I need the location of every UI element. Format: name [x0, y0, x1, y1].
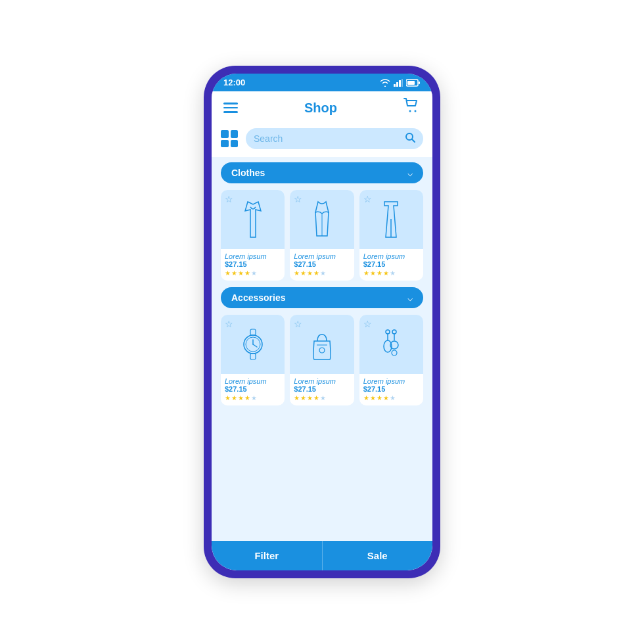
status-bar: 12:00	[212, 74, 432, 91]
svg-rect-6	[419, 81, 420, 84]
favorite-icon[interactable]: ☆	[225, 319, 233, 329]
chevron-down-icon: ⌵	[407, 292, 413, 303]
product-stars: ★★★★★	[294, 269, 350, 277]
product-card-watch[interactable]: ☆ Lorem ipsum $27.15	[221, 315, 285, 405]
search-icon	[405, 132, 415, 145]
product-price: $27.15	[225, 385, 281, 393]
search-row: Search	[212, 124, 432, 157]
favorite-icon[interactable]: ☆	[294, 194, 302, 204]
product-image-dress: ☆	[221, 190, 285, 249]
product-stars: ★★★★★	[225, 269, 281, 277]
bottom-bar: Filter Sale	[212, 541, 432, 570]
product-card-earrings[interactable]: ☆ Lorem ipsum $27.15	[359, 315, 423, 405]
signal-icon	[394, 79, 403, 87]
product-image-pants: ☆	[359, 190, 423, 249]
svg-rect-3	[402, 79, 403, 87]
svg-rect-15	[250, 329, 256, 335]
product-price: $27.15	[363, 260, 419, 268]
product-card-bag[interactable]: ☆ Lorem ipsum $27.15 ★★★★★	[290, 315, 354, 405]
product-stars: ★★★★★	[363, 269, 419, 277]
app-title: Shop	[304, 101, 337, 116]
product-price: $27.15	[363, 385, 419, 393]
filter-button[interactable]: Filter	[212, 541, 323, 570]
product-name: Lorem ipsum	[294, 377, 350, 385]
svg-line-14	[253, 344, 257, 347]
product-info-bodysuit: Lorem ipsum $27.15 ★★★★★	[290, 249, 354, 281]
product-name: Lorem ipsum	[225, 377, 281, 385]
product-info-bag: Lorem ipsum $27.15 ★★★★★	[290, 374, 354, 405]
app-header: Shop	[212, 91, 432, 124]
menu-icon[interactable]	[223, 103, 238, 113]
product-info-watch: Lorem ipsum $27.15 ★★★★★	[221, 374, 285, 405]
product-card-pants[interactable]: ☆ Lorem ipsum $27.15 ★★★★★	[359, 190, 423, 281]
phone-frame: 12:00	[204, 66, 440, 578]
svg-rect-2	[399, 80, 401, 87]
chevron-down-icon: ⌵	[407, 168, 413, 178]
product-card-bodysuit[interactable]: ☆ Lorem ipsum $27.15 ★★★★★	[290, 190, 354, 281]
product-name: Lorem ipsum	[225, 252, 281, 260]
favorite-icon[interactable]: ☆	[225, 194, 233, 204]
accessories-grid: ☆ Lorem ipsum $27.15	[221, 315, 423, 405]
product-image-bag: ☆	[290, 315, 354, 374]
cart-icon[interactable]	[403, 98, 421, 118]
product-stars: ★★★★★	[294, 394, 350, 402]
phone-screen: 12:00	[212, 74, 432, 570]
svg-rect-16	[250, 354, 256, 359]
svg-point-25	[392, 350, 397, 356]
svg-rect-5	[407, 81, 415, 85]
category-accessories-label: Accessories	[231, 292, 286, 303]
grid-view-icon[interactable]	[221, 130, 238, 147]
search-box[interactable]: Search	[246, 128, 423, 149]
status-time: 12:00	[223, 78, 245, 87]
category-clothes-header[interactable]: Clothes ⌵	[221, 162, 423, 183]
product-info-pants: Lorem ipsum $27.15 ★★★★★	[359, 249, 423, 281]
favorite-icon[interactable]: ☆	[363, 319, 372, 329]
main-content: Clothes ⌵ ☆ Lorem ipsum $27.15	[212, 157, 432, 541]
svg-rect-0	[394, 84, 396, 87]
clothes-grid: ☆ Lorem ipsum $27.15 ★★★★★	[221, 190, 423, 281]
status-icons	[380, 79, 421, 87]
category-accessories-header[interactable]: Accessories ⌵	[221, 287, 423, 308]
product-price: $27.15	[294, 385, 350, 393]
search-placeholder: Search	[254, 133, 401, 144]
product-info-dress: Lorem ipsum $27.15 ★★★★★	[221, 249, 285, 281]
svg-point-17	[319, 348, 325, 353]
svg-line-10	[412, 139, 415, 142]
battery-icon	[406, 79, 421, 87]
svg-point-8	[415, 110, 417, 112]
product-price: $27.15	[225, 260, 281, 268]
favorite-icon[interactable]: ☆	[363, 194, 372, 204]
product-card-dress[interactable]: ☆ Lorem ipsum $27.15 ★★★★★	[221, 190, 285, 281]
sale-button[interactable]: Sale	[323, 541, 433, 570]
category-clothes-label: Clothes	[231, 168, 265, 178]
product-name: Lorem ipsum	[294, 252, 350, 260]
product-stars: ★★★★★	[363, 394, 419, 402]
product-image-earrings: ☆	[359, 315, 423, 374]
product-image-bodysuit: ☆	[290, 190, 354, 249]
svg-rect-1	[396, 82, 398, 87]
product-image-watch: ☆	[221, 315, 285, 374]
product-name: Lorem ipsum	[363, 252, 419, 260]
favorite-icon[interactable]: ☆	[294, 319, 302, 329]
wifi-icon	[380, 79, 390, 87]
product-stars: ★★★★★	[225, 394, 281, 402]
svg-point-19	[386, 330, 390, 334]
svg-point-7	[409, 110, 411, 112]
product-info-earrings: Lorem ipsum $27.15 ★★★★★	[359, 374, 423, 405]
svg-point-22	[392, 330, 396, 334]
product-name: Lorem ipsum	[363, 377, 419, 385]
product-price: $27.15	[294, 260, 350, 268]
